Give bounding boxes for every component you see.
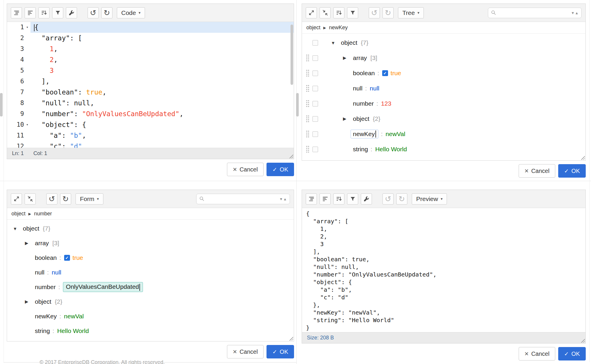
- search-previous-button[interactable]: ▴: [283, 196, 287, 202]
- expand-all-button[interactable]: [11, 193, 22, 205]
- repair-button[interactable]: [66, 7, 77, 18]
- code-line: 7 "boolean": true,: [7, 87, 294, 98]
- field-value[interactable]: true: [73, 254, 83, 261]
- undo-button[interactable]: ↺: [382, 193, 394, 205]
- compact-button[interactable]: [25, 7, 36, 18]
- expand-all-button[interactable]: [306, 7, 317, 18]
- context-menu-button[interactable]: [312, 116, 318, 122]
- context-menu-button[interactable]: [312, 40, 318, 46]
- ok-button[interactable]: ✓ OK: [267, 345, 294, 358]
- drag-handle-icon[interactable]: [306, 145, 310, 153]
- context-menu-button[interactable]: [312, 147, 318, 152]
- field-value[interactable]: OnlyValuesCanBeUpdated: [63, 282, 143, 292]
- page-scrollbar-thumb[interactable]: [0, 93, 3, 116]
- fold-toggle-icon[interactable]: ▾: [24, 119, 30, 130]
- redo-button[interactable]: ↻: [396, 193, 407, 205]
- filter-button[interactable]: [347, 7, 358, 18]
- sort-button[interactable]: [333, 193, 344, 205]
- field-value[interactable]: Hello World: [57, 327, 89, 334]
- field-value[interactable]: null: [370, 85, 380, 92]
- redo-button[interactable]: ↻: [101, 7, 112, 18]
- ok-button[interactable]: ✓ OK: [558, 347, 586, 360]
- compact-button[interactable]: [320, 193, 331, 205]
- breadcrumb-current[interactable]: newKey: [329, 25, 348, 31]
- cancel-x-icon: ×: [233, 166, 237, 173]
- context-menu-button[interactable]: [312, 55, 318, 61]
- drag-handle-icon[interactable]: [306, 54, 310, 62]
- filter-button[interactable]: [52, 7, 63, 18]
- expand-toggle-icon[interactable]: ▶: [343, 55, 353, 61]
- panel-scrollbar-thumb[interactable]: [296, 93, 299, 116]
- fold-toggle-icon[interactable]: ▾: [24, 22, 30, 33]
- drag-handle-icon[interactable]: [306, 115, 310, 123]
- breadcrumb-root[interactable]: object: [11, 211, 25, 217]
- search-next-button[interactable]: ▾: [571, 10, 575, 16]
- mode-select-form[interactable]: Form ▾: [76, 193, 103, 205]
- field-name-input[interactable]: newKey: [351, 130, 378, 138]
- cancel-button[interactable]: × Cancel: [519, 347, 555, 360]
- code-line: 2 "array": [: [7, 33, 294, 44]
- cancel-button[interactable]: × Cancel: [227, 163, 264, 176]
- field-value[interactable]: Hello World: [375, 146, 407, 153]
- drag-handle-icon[interactable]: [306, 130, 310, 138]
- sort-button[interactable]: [333, 7, 344, 18]
- repair-button[interactable]: [361, 193, 372, 205]
- expand-toggle-icon[interactable]: ▶: [343, 116, 353, 121]
- field-value[interactable]: null: [52, 269, 62, 276]
- expand-toggle-icon[interactable]: ▼: [331, 40, 341, 45]
- undo-button[interactable]: ↺: [369, 7, 380, 18]
- cancel-button[interactable]: × Cancel: [519, 164, 555, 178]
- undo-button[interactable]: ↺: [46, 193, 57, 205]
- expand-toggle-icon[interactable]: ▶: [25, 241, 35, 246]
- drag-handle-icon[interactable]: [306, 69, 310, 77]
- colon-separator: :: [47, 269, 49, 276]
- bottom-border: [4, 362, 296, 363]
- expand-toggle-icon[interactable]: ▼: [13, 226, 23, 231]
- ok-button[interactable]: ✓ OK: [267, 163, 294, 176]
- code-line-text: "number": "OnlyValuesCanBeUpdated",: [30, 109, 294, 119]
- drag-handle-icon[interactable]: [306, 100, 310, 107]
- collapse-all-button[interactable]: [25, 193, 36, 205]
- context-menu-button[interactable]: [312, 131, 318, 137]
- context-menu-button[interactable]: [312, 101, 318, 107]
- mode-select-tree[interactable]: Tree ▾: [398, 7, 424, 18]
- field-value[interactable]: newVal: [386, 131, 405, 138]
- search-input[interactable]: [496, 10, 571, 16]
- field-value[interactable]: 123: [381, 100, 391, 107]
- line-number: 2: [20, 33, 24, 44]
- code-scrollbar-thumb[interactable]: [291, 25, 293, 85]
- copyright-footer: © 2017 EnterpriseDB Corporation. All rig…: [40, 359, 165, 364]
- filter-button[interactable]: [347, 193, 358, 205]
- context-menu-button[interactable]: [312, 71, 318, 76]
- redo-button[interactable]: ↻: [60, 193, 71, 205]
- mode-select-preview[interactable]: Preview ▾: [412, 193, 447, 205]
- search-previous-button[interactable]: ▴: [575, 10, 579, 16]
- indent-spacer: [13, 302, 25, 302]
- field-value[interactable]: true: [391, 70, 401, 77]
- expand-toggle-icon[interactable]: ▶: [25, 299, 35, 304]
- undo-button[interactable]: ↺: [88, 7, 99, 18]
- boolean-checkbox[interactable]: ✓: [382, 70, 388, 76]
- ok-button[interactable]: ✓ OK: [558, 164, 586, 178]
- context-menu-button[interactable]: [312, 86, 318, 91]
- search-input[interactable]: [205, 196, 279, 202]
- indent-spacer: [13, 272, 25, 273]
- redo-button[interactable]: ↻: [382, 7, 394, 18]
- cancel-button[interactable]: × Cancel: [227, 345, 264, 358]
- mode-select-code[interactable]: Code ▾: [117, 7, 145, 18]
- format-button[interactable]: [11, 7, 22, 18]
- preview-line: },: [306, 301, 585, 309]
- collapse-all-button[interactable]: [320, 7, 331, 18]
- breadcrumb-root[interactable]: object: [306, 25, 320, 31]
- breadcrumb-current[interactable]: number: [34, 211, 52, 217]
- preview-line: 2,: [306, 233, 585, 240]
- boolean-checkbox[interactable]: ✓: [64, 255, 70, 261]
- format-button[interactable]: [306, 193, 317, 205]
- drag-handle-icon[interactable]: [306, 85, 310, 92]
- cursor-col-indicator: Col: 1: [33, 150, 47, 157]
- preview-lines[interactable]: { "array": [ 1, 2, 3 ], "boolean": true,…: [302, 208, 585, 332]
- search-next-button[interactable]: ▾: [279, 196, 283, 202]
- field-value[interactable]: newVal: [64, 313, 84, 320]
- code-area[interactable]: 1▾{2 "array": [3 1,4 2,5 36 ],7 "boolean…: [7, 22, 294, 148]
- sort-button[interactable]: [38, 7, 49, 18]
